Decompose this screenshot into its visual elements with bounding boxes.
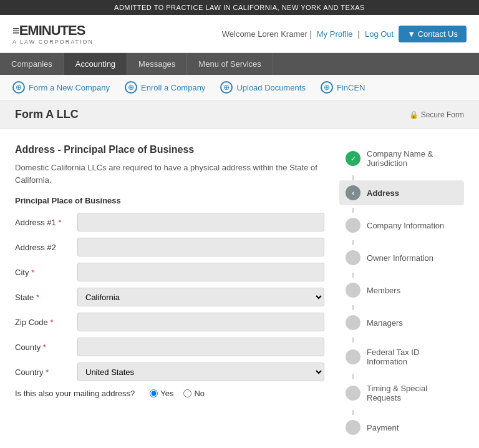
logo: ≡EMINUTES A LAW CORPORATION xyxy=(12,22,94,45)
subnav-enroll-company[interactable]: ⊕ Enroll a Company xyxy=(125,81,205,94)
step-connector-4 xyxy=(352,273,354,278)
address2-input[interactable] xyxy=(77,238,324,256)
subnav-upload-documents[interactable]: ⊕ Upload Documents xyxy=(220,81,306,94)
county-label: County * xyxy=(15,343,77,352)
step-circle-5 xyxy=(346,283,360,298)
logo-sub: A LAW CORPORATION xyxy=(12,39,94,45)
country-select[interactable]: United States Canada Mexico United Kingd… xyxy=(77,363,324,381)
logo-text: ≡EMINUTES xyxy=(12,22,94,39)
step-federal-tax: Federal Tax ID Information xyxy=(339,343,464,371)
top-bar: ADMITTED TO PRACTICE LAW IN CALIFORNIA, … xyxy=(0,0,479,15)
steps-sidebar: ✓ Company Name & Jurisdiction ‹ Address … xyxy=(339,144,464,442)
steps-list: ✓ Company Name & Jurisdiction ‹ Address … xyxy=(339,144,464,440)
header-right: Welcome Loren Kramer | My Profile | Log … xyxy=(222,26,467,42)
mailing-address-group: Is this also your mailing address? Yes N… xyxy=(15,389,324,398)
step-timing: Timing & Special Requests xyxy=(339,379,464,407)
top-bar-text: ADMITTED TO PRACTICE LAW IN CALIFORNIA, … xyxy=(114,4,365,11)
subnav-circle-form: ⊕ xyxy=(12,81,25,94)
my-profile-link[interactable]: My Profile xyxy=(317,29,353,39)
zip-row: Zip Code * xyxy=(15,313,324,331)
step-owner-info: Owner Information xyxy=(339,245,464,270)
step-circle-3 xyxy=(346,218,360,233)
step-members: Members xyxy=(339,278,464,303)
step-managers: Managers xyxy=(339,310,464,335)
step-circle-7 xyxy=(346,349,360,364)
address1-input[interactable] xyxy=(77,213,324,231)
subsection-title: Principal Place of Business xyxy=(15,196,324,205)
radio-yes-input[interactable] xyxy=(150,389,158,397)
nav-item-companies[interactable]: Companies xyxy=(0,53,64,75)
section-title: Address - Principal Place of Business xyxy=(15,144,324,155)
step-circle-done: ✓ xyxy=(346,151,360,166)
step-connector-7 xyxy=(352,374,354,379)
step-connector-2 xyxy=(352,208,354,213)
city-input[interactable] xyxy=(77,263,324,281)
address1-label: Address #1 * xyxy=(15,218,77,227)
country-row: Country * United States Canada Mexico Un… xyxy=(15,363,324,381)
city-row: City * xyxy=(15,263,324,281)
header: ≡EMINUTES A LAW CORPORATION Welcome Lore… xyxy=(0,15,479,53)
step-circle-current: ‹ xyxy=(346,185,360,200)
secure-form-badge: 🔒 Secure Form xyxy=(409,110,464,119)
subnav-circle-fincen: ⊕ xyxy=(321,81,333,94)
step-payment: Payment xyxy=(339,415,464,440)
step-connector-3 xyxy=(352,240,354,245)
subnav-circle-enroll: ⊕ xyxy=(125,81,137,94)
step-connector-5 xyxy=(352,305,354,310)
radio-no-option[interactable]: No xyxy=(183,389,205,398)
step-circle-8 xyxy=(346,386,360,401)
radio-yes-option[interactable]: Yes xyxy=(150,389,173,398)
form-fields-section: Address - Principal Place of Business Do… xyxy=(15,144,324,442)
step-connector xyxy=(352,175,354,180)
contact-us-button[interactable]: ▼ Contact Us xyxy=(399,26,467,42)
zip-label: Zip Code * xyxy=(15,318,77,327)
nav-item-menu-of-services[interactable]: Menu of Services xyxy=(187,53,273,75)
welcome-text: Welcome Loren Kramer | xyxy=(222,29,312,39)
state-label: State * xyxy=(15,293,77,302)
step-company-name: ✓ Company Name & Jurisdiction xyxy=(339,144,464,173)
state-row: State * California New York Texas Florid… xyxy=(15,288,324,306)
step-circle-9 xyxy=(346,420,360,435)
mailing-question-label: Is this also your mailing address? xyxy=(15,389,135,398)
county-row: County * xyxy=(15,338,324,356)
subnav-fincen[interactable]: ⊕ FinCEN xyxy=(321,81,365,94)
form-title: Form A LLC xyxy=(15,108,79,121)
address2-label: Address #2 xyxy=(15,243,77,252)
address1-row: Address #1 * xyxy=(15,213,324,231)
nav-item-messages[interactable]: Messages xyxy=(127,53,187,75)
state-select[interactable]: California New York Texas Florida Nevada xyxy=(77,288,324,306)
county-input[interactable] xyxy=(77,338,324,356)
log-out-link[interactable]: Log Out xyxy=(365,29,394,39)
step-connector-8 xyxy=(352,410,354,415)
radio-no-input[interactable] xyxy=(183,389,191,397)
sub-nav: ⊕ Form a New Company ⊕ Enroll a Company … xyxy=(0,75,479,100)
subnav-form-new-company[interactable]: ⊕ Form a New Company xyxy=(12,81,110,94)
subnav-circle-upload: ⊕ xyxy=(220,81,233,94)
nav-bar: Companies Accounting Messages Menu of Se… xyxy=(0,53,479,75)
section-description: Domestic California LLCs are required to… xyxy=(15,162,324,186)
address2-row: Address #2 xyxy=(15,238,324,256)
country-label: Country * xyxy=(15,368,77,377)
zip-input[interactable] xyxy=(77,313,324,331)
step-company-info: Company Information xyxy=(339,213,464,238)
step-connector-6 xyxy=(352,338,354,343)
form-page-header: Form A LLC 🔒 Secure Form xyxy=(0,100,479,129)
step-address: ‹ Address xyxy=(339,180,464,205)
city-label: City * xyxy=(15,268,77,277)
step-circle-6 xyxy=(346,315,360,330)
form-body: Address - Principal Place of Business Do… xyxy=(0,129,479,448)
nav-item-accounting[interactable]: Accounting xyxy=(64,53,127,75)
step-circle-4 xyxy=(346,250,360,265)
